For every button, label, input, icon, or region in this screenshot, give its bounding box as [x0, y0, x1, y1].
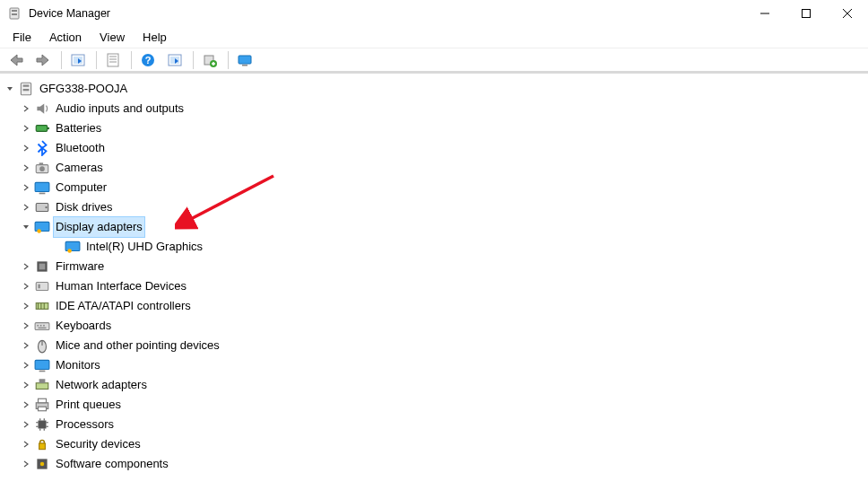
category-label[interactable]: IDE ATA/ATAPI controllers — [54, 296, 193, 316]
category-label[interactable]: Audio inputs and outputs — [54, 99, 186, 118]
menu-action[interactable]: Action — [40, 29, 91, 46]
chevron-right-icon[interactable] — [20, 162, 32, 174]
chevron-right-icon[interactable] — [20, 300, 32, 312]
menu-help[interactable]: Help — [134, 29, 176, 46]
category-label[interactable]: Security devices — [54, 434, 143, 454]
category-label[interactable]: Disk drives — [54, 197, 115, 217]
tree-category[interactable]: Audio inputs and outputs — [0, 99, 868, 118]
close-button[interactable] — [827, 0, 868, 27]
monitor-icon — [34, 357, 50, 373]
computer-icon — [18, 81, 34, 97]
window-title: Device Manager — [29, 7, 110, 20]
scan-hardware-button[interactable] — [162, 49, 187, 71]
chevron-right-icon[interactable] — [20, 398, 32, 411]
svg-rect-24 — [242, 65, 247, 66]
chevron-right-icon[interactable] — [20, 339, 32, 352]
device-label[interactable]: Intel(R) UHD Graphics — [84, 237, 204, 257]
category-label[interactable]: Batteries — [54, 118, 103, 138]
category-label[interactable]: Network adapters — [54, 375, 149, 395]
category-label[interactable]: Keyboards — [54, 316, 113, 336]
app-icon — [7, 6, 22, 21]
help-button[interactable]: ? — [135, 49, 161, 71]
chevron-down-icon[interactable] — [4, 83, 16, 95]
tree-category[interactable]: Print queues — [0, 395, 868, 415]
chevron-right-icon[interactable] — [20, 181, 32, 194]
svg-text:?: ? — [145, 55, 152, 66]
tree-category[interactable]: Keyboards — [0, 316, 868, 336]
tree-category[interactable]: Processors — [0, 415, 868, 434]
processor-icon — [34, 416, 50, 433]
tree-category[interactable]: Security devices — [0, 434, 868, 454]
tree-category-display-adapters[interactable]: Display adapters — [0, 217, 868, 237]
chevron-right-icon[interactable] — [20, 418, 32, 431]
forward-button[interactable] — [30, 49, 56, 71]
tree-category[interactable]: Human Interface Devices — [0, 276, 868, 296]
tree-category[interactable]: Computer — [0, 178, 868, 197]
tree-category[interactable]: Cameras — [0, 158, 868, 178]
root-label[interactable]: GFG338-POOJA — [38, 79, 129, 99]
chevron-right-icon[interactable] — [20, 359, 32, 372]
tree-category[interactable]: IDE ATA/ATAPI controllers — [0, 296, 868, 316]
security-icon — [34, 436, 50, 452]
svg-point-31 — [39, 166, 45, 171]
category-label[interactable]: Processors — [54, 415, 116, 434]
chevron-right-icon[interactable] — [20, 320, 32, 332]
category-label[interactable]: Software components — [54, 454, 170, 474]
svg-rect-62 — [39, 407, 47, 411]
minimize-button[interactable] — [744, 0, 786, 27]
category-label[interactable]: Mice and other pointing devices — [54, 336, 221, 355]
show-hidden-button[interactable] — [65, 49, 91, 71]
properties-button[interactable] — [100, 49, 126, 71]
chevron-right-icon[interactable] — [20, 201, 32, 214]
chevron-right-icon[interactable] — [20, 122, 32, 135]
category-label[interactable]: Human Interface Devices — [54, 276, 188, 296]
tree-category[interactable]: Bluetooth — [0, 138, 868, 158]
category-label[interactable]: Cameras — [54, 158, 105, 178]
tree-category[interactable]: Software components — [0, 454, 868, 474]
battery-icon — [34, 120, 50, 136]
chevron-right-icon[interactable] — [20, 438, 32, 451]
maximize-button[interactable] — [786, 0, 827, 27]
chevron-right-icon[interactable] — [20, 142, 32, 154]
toolbar-separator — [228, 51, 229, 69]
tree-category[interactable]: Disk drives — [0, 197, 868, 217]
devices-by-connection-button[interactable] — [232, 49, 257, 71]
category-label[interactable]: Monitors — [54, 355, 102, 375]
chevron-right-icon[interactable] — [20, 102, 32, 115]
category-label[interactable]: Print queues — [54, 395, 123, 415]
svg-rect-39 — [65, 241, 80, 250]
mouse-icon — [34, 337, 50, 354]
svg-rect-34 — [39, 193, 46, 195]
toolbar-separator — [193, 51, 194, 69]
svg-rect-50 — [37, 325, 39, 327]
chevron-right-icon[interactable] — [20, 379, 32, 391]
tree-category[interactable]: Mice and other pointing devices — [0, 336, 868, 355]
chevron-down-icon[interactable] — [20, 221, 32, 233]
svg-rect-27 — [23, 89, 30, 91]
chevron-right-icon[interactable] — [20, 458, 32, 470]
category-label[interactable]: Firmware — [54, 257, 106, 276]
menu-view[interactable]: View — [91, 29, 134, 46]
category-label[interactable]: Bluetooth — [54, 138, 107, 158]
svg-rect-32 — [39, 162, 44, 164]
add-legacy-button[interactable] — [197, 49, 222, 71]
tree-category[interactable]: Network adapters — [0, 375, 868, 395]
back-button[interactable] — [4, 49, 29, 71]
category-label[interactable]: Display adapters — [54, 217, 144, 237]
device-tree[interactable]: GFG338-POOJA Audio inputs and outputs Ba… — [0, 74, 868, 496]
tree-root[interactable]: GFG338-POOJA — [0, 79, 868, 99]
chevron-right-icon[interactable] — [20, 280, 32, 293]
firmware-icon — [34, 258, 50, 275]
svg-rect-28 — [36, 126, 47, 132]
hid-icon — [34, 278, 50, 294]
window-controls — [744, 0, 868, 27]
tree-category[interactable]: Monitors — [0, 355, 868, 375]
tree-category[interactable]: Batteries — [0, 118, 868, 138]
category-label[interactable]: Computer — [54, 178, 108, 197]
chevron-right-icon[interactable] — [20, 260, 32, 273]
svg-rect-26 — [23, 85, 30, 87]
tree-category[interactable]: Firmware — [0, 257, 868, 276]
tree-device[interactable]: Intel(R) UHD Graphics — [0, 237, 868, 257]
toolbar-separator — [61, 51, 62, 69]
menu-file[interactable]: File — [4, 29, 40, 46]
